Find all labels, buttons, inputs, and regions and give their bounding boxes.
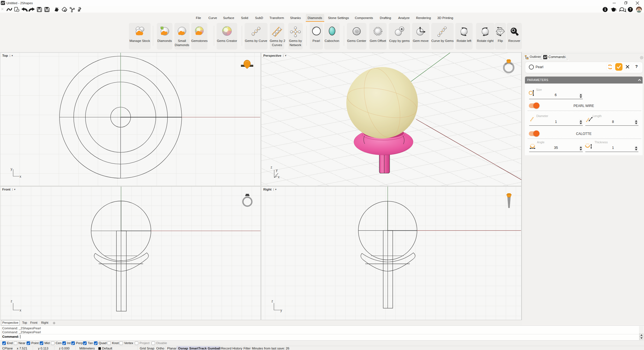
- svg-text:y: y: [280, 308, 282, 312]
- svg-text:x: x: [278, 175, 280, 179]
- svg-text:x: x: [20, 175, 21, 178]
- svg-text:z: z: [271, 165, 272, 169]
- svg-text:?: ?: [629, 8, 631, 11]
- svg-text:z: z: [271, 299, 273, 303]
- svg-text:x: x: [20, 308, 21, 312]
- svg-text:y: y: [276, 168, 278, 172]
- svg-text:z: z: [11, 299, 12, 303]
- svg-text:y: y: [11, 167, 12, 171]
